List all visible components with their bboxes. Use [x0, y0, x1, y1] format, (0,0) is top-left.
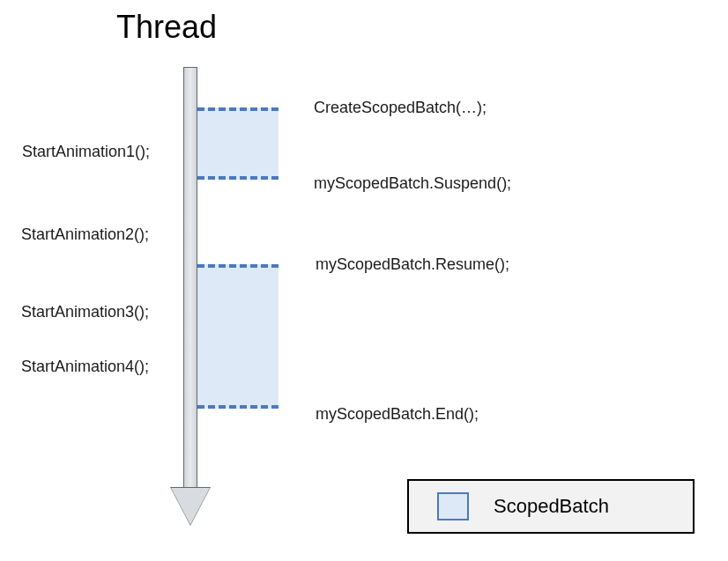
label-end: myScopedBatch.End();: [316, 405, 479, 424]
diagram-title: Thread: [116, 9, 217, 46]
label-start-animation-1: StartAnimation1();: [22, 143, 150, 161]
legend-label: ScopedBatch: [494, 495, 609, 518]
label-create-scoped-batch: CreateScopedBatch(…);: [314, 99, 487, 117]
label-start-animation-3: StartAnimation3();: [21, 303, 149, 321]
label-resume: myScopedBatch.Resume();: [316, 255, 509, 274]
thread-arrow-head: [171, 488, 210, 525]
legend: ScopedBatch: [407, 479, 695, 534]
label-start-animation-2: StartAnimation2();: [21, 225, 149, 244]
scoped-batch-region-1: [197, 107, 279, 180]
label-start-animation-4: StartAnimation4();: [21, 358, 149, 376]
scoped-batch-region-2: [197, 264, 279, 409]
label-suspend: myScopedBatch.Suspend();: [314, 174, 511, 193]
thread-arrow-shaft: [183, 67, 197, 490]
legend-swatch: [437, 492, 469, 520]
